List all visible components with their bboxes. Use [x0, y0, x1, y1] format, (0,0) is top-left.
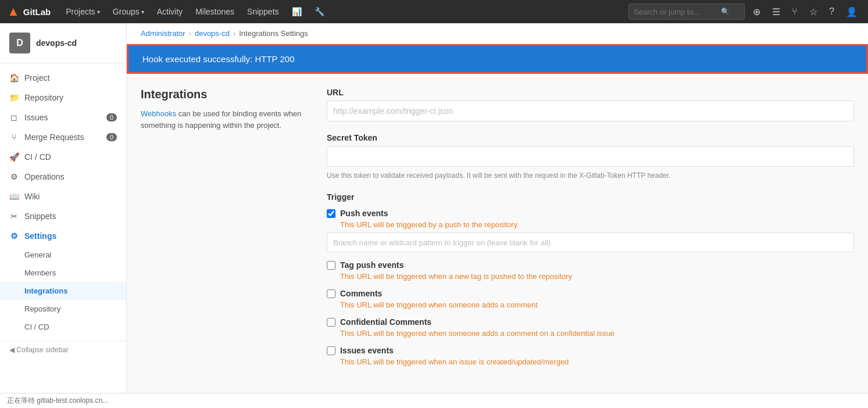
- nav-projects[interactable]: Projects ▾: [60, 0, 106, 23]
- project-name: devops-cd: [36, 38, 77, 48]
- loading-text: 正在等待 gitlab-test.coolops.cn...: [7, 396, 108, 405]
- snippets-icon: ✂: [9, 212, 19, 221]
- repository-icon: 📁: [9, 93, 19, 102]
- breadcrumb-sep-2: ›: [233, 29, 235, 38]
- merge-requests-badge: 0: [106, 133, 117, 141]
- sidebar-item-ci-cd[interactable]: 🚀 CI / CD: [0, 147, 126, 167]
- push-events-branch-input[interactable]: [327, 232, 854, 252]
- sidebar-item-operations[interactable]: ⚙ Operations: [0, 167, 126, 187]
- gitlab-logo-icon: ▲: [7, 4, 20, 19]
- webhooks-link[interactable]: Webhooks: [141, 109, 176, 118]
- sidebar-item-issues[interactable]: ◻ Issues 0: [0, 108, 126, 127]
- help-icon[interactable]: ?: [826, 6, 838, 17]
- issues-events-label[interactable]: Issues events: [340, 346, 394, 355]
- push-events-desc: This URL will be triggered by a push to …: [340, 220, 854, 229]
- trigger-issues-events: Issues events This URL will be triggered…: [327, 346, 854, 366]
- url-input[interactable]: [327, 101, 854, 121]
- comments-label[interactable]: Comments: [340, 289, 382, 298]
- sidebar-sub-repository[interactable]: Repository: [0, 300, 126, 318]
- sidebar-sub-integrations[interactable]: Integrations: [0, 282, 126, 300]
- breadcrumb: Administrator › devops-cd › Integrations…: [127, 23, 868, 44]
- token-label: Secret Token: [327, 133, 854, 142]
- integrations-desc: Webhooks can be used for binding events …: [141, 108, 303, 131]
- breadcrumb-admin[interactable]: Administrator: [141, 29, 185, 38]
- sidebar-item-snippets[interactable]: ✂ Snippets: [0, 206, 126, 226]
- breadcrumb-current: Integrations Settings: [239, 29, 308, 38]
- trigger-confidential-comments: Confidential Comments This URL will be t…: [327, 317, 854, 338]
- trigger-group: Trigger Push events This URL will be tri…: [327, 192, 854, 366]
- nav-wrench-icon[interactable]: 🔧: [309, 0, 330, 23]
- sidebar-item-wiki[interactable]: 📖 Wiki: [0, 187, 126, 206]
- breadcrumb-project[interactable]: devops-cd: [195, 29, 230, 38]
- tag-push-desc: This URL will be triggered when a new ta…: [340, 272, 854, 281]
- comments-row: Comments: [327, 289, 854, 298]
- operations-icon: ⚙: [9, 172, 19, 181]
- nav-groups[interactable]: Groups ▾: [107, 0, 150, 23]
- tag-push-row: Tag push events: [327, 260, 854, 270]
- issues-events-checkbox[interactable]: [327, 346, 335, 355]
- comments-checkbox[interactable]: [327, 289, 335, 298]
- navbar-nav: Projects ▾ Groups ▾ Activity Milestones …: [60, 0, 628, 23]
- sidebar-collapse-button[interactable]: ◀ Collapse sidebar: [0, 341, 126, 359]
- nav-activity[interactable]: Activity: [151, 0, 188, 23]
- settings-icon: ⚙: [9, 231, 19, 241]
- token-input[interactable]: [327, 146, 854, 167]
- navbar-brand[interactable]: ▲ GitLab: [7, 4, 51, 19]
- trigger-comments: Comments This URL will be triggered when…: [327, 289, 854, 309]
- search-box[interactable]: 🔍: [628, 3, 745, 20]
- sidebar-header: D devops-cd: [0, 23, 126, 63]
- breadcrumb-sep-1: ›: [189, 29, 191, 38]
- issues-events-desc: This URL will be triggered when an issue…: [340, 357, 854, 366]
- main-layout: D devops-cd 🏠 Project 📁 Repository ◻ Iss…: [0, 23, 868, 408]
- token-hint: Use this token to validate received payl…: [327, 170, 854, 181]
- search-icon: 🔍: [721, 8, 730, 16]
- sidebar-sub-ci-cd[interactable]: CI / CD: [0, 318, 126, 336]
- wiki-icon: 📖: [9, 192, 19, 201]
- brand-name: GitLab: [23, 7, 51, 17]
- nav-milestones[interactable]: Milestones: [190, 0, 240, 23]
- nav-snippets[interactable]: Snippets: [241, 0, 284, 23]
- top-navbar: ▲ GitLab Projects ▾ Groups ▾ Activity Mi…: [0, 0, 868, 23]
- navbar-right: 🔍 ⊕ ☰ ⑂ ☆ ? 👤: [628, 3, 861, 20]
- integrations-title: Integrations: [141, 88, 303, 101]
- tag-push-checkbox[interactable]: [327, 261, 335, 270]
- avatar: D: [9, 33, 30, 53]
- status-bar: 正在等待 gitlab-test.coolops.cn...: [0, 393, 868, 408]
- merge-request-icon[interactable]: ⑂: [788, 6, 801, 17]
- plus-icon[interactable]: ⊕: [749, 6, 764, 17]
- list-icon[interactable]: ☰: [769, 6, 784, 17]
- issues-events-row: Issues events: [327, 346, 854, 355]
- trigger-tag-push: Tag push events This URL will be trigger…: [327, 260, 854, 281]
- sidebar-sub-general[interactable]: General: [0, 246, 126, 264]
- confidential-comments-label[interactable]: Confidential Comments: [340, 317, 431, 327]
- trigger-push-events: Push events This URL will be triggered b…: [327, 209, 854, 252]
- trigger-label: Trigger: [327, 192, 854, 202]
- push-events-label[interactable]: Push events: [340, 209, 388, 218]
- sidebar: D devops-cd 🏠 Project 📁 Repository ◻ Iss…: [0, 23, 127, 408]
- ci-cd-icon: 🚀: [9, 152, 19, 162]
- push-events-row: Push events: [327, 209, 854, 218]
- url-label: URL: [327, 88, 854, 97]
- sidebar-item-project[interactable]: 🏠 Project: [0, 68, 126, 88]
- bookmark-icon[interactable]: ☆: [806, 6, 821, 17]
- tag-push-label[interactable]: Tag push events: [340, 260, 403, 270]
- banner-message: Hook executed successfully: HTTP 200: [142, 54, 295, 64]
- token-group: Secret Token Use this token to validate …: [327, 133, 854, 181]
- sidebar-item-merge-requests[interactable]: ⑂ Merge Requests 0: [0, 127, 126, 147]
- groups-arrow-icon: ▾: [141, 9, 144, 15]
- search-input[interactable]: [634, 8, 721, 16]
- user-avatar[interactable]: 👤: [842, 6, 861, 17]
- integrations-description: Integrations Webhooks can be used for bi…: [141, 88, 303, 378]
- success-banner: Hook executed successfully: HTTP 200: [127, 44, 868, 74]
- projects-arrow-icon: ▾: [97, 9, 100, 15]
- url-group: URL: [327, 88, 854, 121]
- main-content: Administrator › devops-cd › Integrations…: [127, 23, 868, 408]
- project-icon: 🏠: [9, 73, 19, 83]
- confidential-comments-checkbox[interactable]: [327, 318, 335, 327]
- sidebar-item-repository[interactable]: 📁 Repository: [0, 88, 126, 108]
- issues-badge: 0: [106, 113, 117, 121]
- nav-stats-icon[interactable]: 📊: [286, 0, 308, 23]
- sidebar-sub-members[interactable]: Members: [0, 264, 126, 282]
- sidebar-item-settings[interactable]: ⚙ Settings: [0, 226, 126, 246]
- push-events-checkbox[interactable]: [327, 209, 335, 218]
